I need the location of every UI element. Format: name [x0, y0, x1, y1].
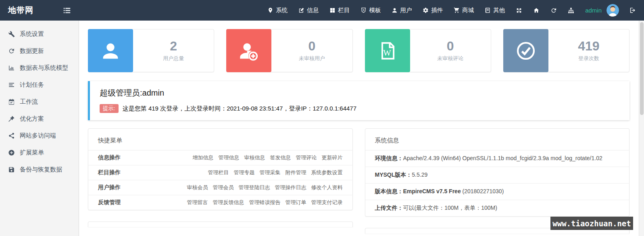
- quick-menu-row: 栏目操作管理栏目管理专题管理采集附件管理系统参数设置: [88, 165, 352, 180]
- sidebar-item-models[interactable]: 数据表与系统模型: [0, 59, 79, 76]
- sidebar-item-extend-menu[interactable]: 扩展菜单: [0, 144, 79, 161]
- sidebar-item-settings[interactable]: 系统设置: [0, 25, 79, 42]
- system-info-row: 版本信息：EmpireCMS v7.5 Free (201802271030): [365, 183, 629, 200]
- user-big-icon: [100, 40, 121, 61]
- quick-link[interactable]: 管理订单: [286, 199, 306, 205]
- nav-item-info[interactable]: 信息: [298, 6, 319, 14]
- sign-out-icon: [629, 7, 636, 14]
- quick-link[interactable]: 管理留言: [187, 199, 208, 205]
- sidebar-item-label: 扩展菜单: [20, 149, 44, 157]
- navbar-menu: 系统信息栏目模板用户插件商城其他: [256, 6, 505, 14]
- site-logo[interactable]: 地带网: [8, 5, 56, 16]
- nav-item-label: 用户: [400, 6, 412, 14]
- quick-menu-rows: 信息操作增加信息管理信息审核信息签发信息管理评论更新碎片栏目操作管理栏目管理专题…: [88, 150, 352, 210]
- sidebar-item-data-update[interactable]: 数据更新: [0, 42, 79, 59]
- nav-item-user[interactable]: 用户: [392, 6, 412, 14]
- quick-link[interactable]: 管理错误报告: [249, 199, 281, 205]
- calendar-check-icon: [8, 98, 15, 105]
- nav-item-system[interactable]: 系统: [267, 6, 288, 14]
- gavel-icon: [8, 115, 15, 122]
- nav-item-label: 系统: [276, 6, 288, 14]
- plus-circle-icon: [8, 149, 15, 156]
- stat-value: 419: [578, 39, 599, 53]
- next-panel-sliver-left: [88, 221, 353, 227]
- quick-link[interactable]: 管理栏目: [208, 169, 229, 175]
- nav-item-label: 信息: [307, 6, 319, 14]
- quick-link[interactable]: 增加信息: [193, 155, 214, 161]
- nav-tool-fullscreen[interactable]: [516, 7, 522, 14]
- sidebar-item-optimize[interactable]: 优化方案: [0, 110, 79, 127]
- quick-link[interactable]: 管理评论: [296, 155, 317, 161]
- system-info-value: Apache/2.4.39 (Win64) OpenSSL/1.1.1b mod…: [403, 155, 602, 161]
- nav-tool-refresh[interactable]: [550, 7, 557, 14]
- quick-link[interactable]: 修改个人资料: [311, 184, 343, 190]
- system-info-value: 可以(最大文件：100M，表单：100M): [403, 205, 497, 211]
- sitemap-icon: [568, 7, 574, 14]
- quick-link[interactable]: 管理操作日志: [275, 184, 306, 190]
- menu-icon: [63, 6, 71, 15]
- sidebar-item-workflow[interactable]: 工作流: [0, 93, 79, 110]
- logout-button[interactable]: [629, 7, 636, 14]
- quick-link[interactable]: 管理支付记录: [311, 199, 343, 205]
- sidebar-item-tasks[interactable]: 计划任务: [0, 76, 79, 93]
- stat-body: 2用户总量: [133, 29, 214, 72]
- quick-link[interactable]: 管理登陆日志: [239, 184, 270, 190]
- system-info-panel: 系统信息 环境信息：Apache/2.4.39 (Win64) OpenSSL/…: [365, 128, 630, 217]
- sidebar-item-label: 系统设置: [20, 30, 44, 38]
- sidebar-toggle-button[interactable]: [63, 6, 71, 15]
- navbar-tools: [505, 7, 574, 14]
- quick-link[interactable]: 审核信息: [244, 155, 265, 161]
- quick-link[interactable]: 附件管理: [286, 169, 306, 175]
- quick-link[interactable]: 管理专题: [234, 169, 255, 175]
- welcome-title: 超级管理员:admin: [100, 88, 620, 98]
- page-scrollbar-track[interactable]: [639, 21, 644, 236]
- quick-menu-row: 信息操作增加信息管理信息审核信息签发信息管理评论更新碎片: [88, 150, 352, 165]
- sidebar-item-label: 数据更新: [20, 47, 44, 55]
- nav-item-template[interactable]: 模板: [361, 6, 381, 14]
- page-scrollbar-thumb[interactable]: [640, 22, 644, 115]
- quick-link[interactable]: 管理反馈信息: [213, 199, 244, 205]
- marker-icon: [267, 7, 273, 13]
- system-info-title: 系统信息: [365, 129, 629, 150]
- nav-item-column[interactable]: 栏目: [329, 6, 350, 14]
- username-label[interactable]: admin: [585, 7, 602, 14]
- quick-link[interactable]: 管理信息: [219, 155, 240, 161]
- sidebar-item-endpoints[interactable]: 网站多访问端: [0, 127, 79, 144]
- stats-row: 2用户总量0未审核用户0未审核评论419登录次数: [88, 29, 629, 72]
- stat-value: 0: [447, 39, 454, 53]
- stat-body: 0未审核用户: [271, 29, 352, 72]
- nav-item-label: 模板: [369, 6, 381, 14]
- template-icon: [361, 7, 367, 13]
- nav-item-label: 其他: [493, 6, 505, 14]
- main-layout: 系统设置数据更新数据表与系统模型计划任务工作流优化方案网站多访问端扩展菜单备份与…: [0, 21, 644, 236]
- quick-link[interactable]: 审核会员: [187, 184, 208, 190]
- quick-link[interactable]: 签发信息: [270, 155, 291, 161]
- sidebar-item-label: 网站多访问端: [20, 132, 56, 140]
- system-info-label: 环境信息：: [375, 155, 403, 161]
- nav-item-mall[interactable]: 商城: [454, 6, 474, 14]
- quick-menu-row-label: 用户操作: [98, 184, 150, 191]
- stat-icon-box: [503, 29, 548, 72]
- save-icon: [8, 166, 15, 173]
- sidebar-item-backup[interactable]: 备份与恢复数据: [0, 161, 79, 178]
- nav-tool-sitemap[interactable]: [568, 7, 574, 14]
- stat-card-pending-users: 0未审核用户: [226, 29, 352, 72]
- share-icon: [8, 132, 15, 139]
- stat-icon-box: [226, 29, 271, 72]
- system-info-value: (201802271030): [461, 188, 504, 194]
- stat-label: 登录次数: [578, 55, 599, 62]
- system-info-row: 上传文件：可以(最大文件：100M，表单：100M): [365, 200, 629, 216]
- avatar[interactable]: [606, 4, 619, 17]
- quick-menu-row-label: 栏目操作: [98, 169, 150, 176]
- nav-item-plugin[interactable]: 插件: [423, 6, 443, 14]
- system-info-row: MYSQL版本：5.5.29: [365, 167, 629, 183]
- quick-link[interactable]: 更新碎片: [322, 155, 343, 161]
- nav-tool-home[interactable]: [533, 7, 540, 14]
- stat-icon-box: [88, 29, 133, 72]
- sidebar: 系统设置数据更新数据表与系统模型计划任务工作流优化方案网站多访问端扩展菜单备份与…: [0, 21, 79, 236]
- quick-link[interactable]: 管理采集: [260, 169, 281, 175]
- nav-item-other[interactable]: 其他: [485, 6, 505, 14]
- quick-link[interactable]: 管理会员: [213, 184, 234, 190]
- quick-link[interactable]: 系统参数设置: [311, 169, 343, 175]
- stat-label: 未审核用户: [299, 55, 325, 62]
